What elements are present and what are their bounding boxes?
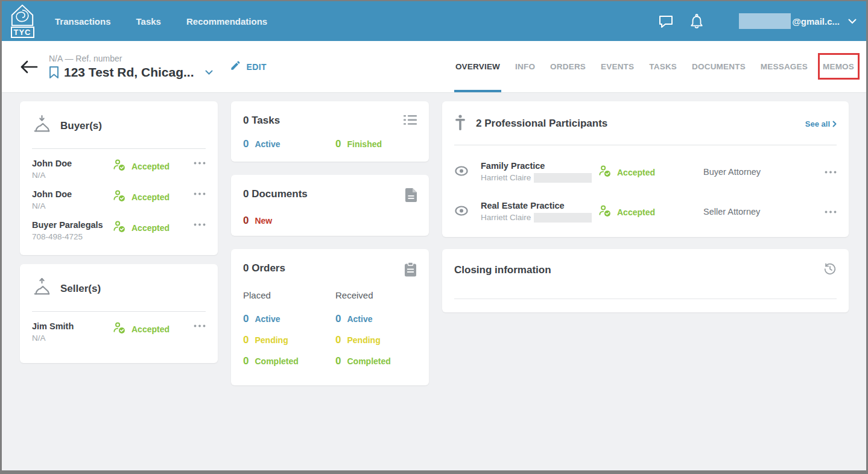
tasks-finished-stat[interactable]: 0 Finished (335, 138, 417, 150)
tasks-finished-value: 0 (335, 138, 341, 150)
list-icon (404, 115, 417, 128)
more-options-dots-icon[interactable] (815, 171, 837, 174)
eye-icon[interactable] (454, 166, 481, 179)
participant-contact: Harriett Claire (481, 212, 598, 224)
orders-card-title: 0 Orders (243, 262, 285, 274)
orders-received-active[interactable]: 0 Active (335, 313, 417, 325)
buyer-row: Buyer Paralegals 708-498-4725 (32, 219, 206, 243)
edit-label: EDIT (247, 62, 267, 72)
orders-received-completed[interactable]: 0 Completed (335, 355, 417, 367)
documents-card: 0 Documents 0 New (231, 175, 429, 236)
orders-placed-completed[interactable]: 0 Completed (243, 355, 335, 367)
see-all-link[interactable]: See all (805, 119, 837, 128)
bell-icon[interactable] (689, 13, 704, 29)
user-menu-chevron-down-icon[interactable] (848, 19, 857, 24)
sellers-card: Seller(s) Jim Smith N/A (20, 264, 218, 363)
top-navbar: TYC Transactions Tasks Recommendations @… (2, 1, 866, 41)
status-badge: Accepted (112, 220, 188, 236)
person-check-icon (598, 164, 612, 180)
tab-orders[interactable]: ORDERS (550, 41, 586, 92)
status-badge: Accepted (112, 321, 188, 337)
value: 0 (243, 334, 249, 346)
contact-name: Harriett Claire (481, 173, 531, 182)
chat-icon[interactable] (658, 14, 674, 28)
status-label: Accepted (617, 207, 655, 217)
buyer-row: John Doe N/A Accepted (32, 157, 206, 182)
nav-item-transactions[interactable]: Transactions (55, 16, 111, 27)
tab-overview[interactable]: OVERVIEW (455, 41, 500, 92)
person-check-icon (112, 189, 126, 205)
stats-column: 0 Tasks 0 Active 0 (231, 101, 429, 385)
more-options-dots-icon[interactable] (188, 324, 206, 327)
status-label: Accepted (131, 192, 169, 202)
participant-contact: Harriett Claire (481, 172, 598, 184)
document-icon (405, 188, 417, 204)
tab-info[interactable]: INFO (515, 41, 535, 92)
eye-icon[interactable] (454, 206, 481, 218)
user-email[interactable]: @gmail.c... (792, 16, 840, 27)
value: 0 (243, 313, 249, 325)
documents-new-stat[interactable]: 0 New (243, 215, 335, 227)
status-badge: Accepted (112, 158, 188, 174)
label: Completed (347, 356, 390, 366)
nav-item-recommendations[interactable]: Recommendations (186, 16, 267, 27)
participant-name: Family Practice (481, 160, 598, 172)
buyer-name: John Doe (32, 157, 112, 169)
orders-placed-pending[interactable]: 0 Pending (243, 334, 335, 346)
documents-new-value: 0 (243, 215, 249, 227)
see-all-label: See all (805, 119, 830, 128)
buyers-card: Buyer(s) John Doe N/A (20, 101, 218, 255)
pencil-icon (230, 60, 241, 74)
tab-messages[interactable]: MESSAGES (761, 41, 808, 92)
more-options-dots-icon[interactable] (188, 223, 206, 226)
bookmark-icon[interactable] (49, 66, 59, 79)
tab-tasks[interactable]: TASKS (649, 41, 677, 92)
nav-right-group: @gmail.c... (658, 13, 857, 29)
logo-text: TYC (11, 27, 34, 38)
orders-received-stats: 0 Active 0 Pending 0 Completed (335, 313, 417, 367)
seller-row: Jim Smith N/A Accepted (32, 320, 206, 344)
label: Active (255, 314, 280, 324)
more-options-dots-icon[interactable] (815, 210, 837, 213)
documents-new-label: New (255, 216, 272, 226)
label: Completed (255, 356, 298, 366)
page-title: 123 Test Rd, Chicag... (64, 65, 194, 80)
more-options-dots-icon[interactable] (188, 162, 206, 165)
participants-title: 2 Professional Participants (476, 118, 607, 130)
divider (454, 299, 837, 299)
transaction-tabs: OVERVIEW INFO ORDERS EVENTS TASKS DOCUME… (455, 41, 854, 92)
tasks-card: 0 Tasks 0 Active 0 (231, 101, 429, 162)
details-column: 2 Professional Participants See all (442, 101, 849, 312)
participants-card: 2 Professional Participants See all (442, 101, 849, 237)
tasks-finished-label: Finished (347, 139, 382, 149)
tasks-active-stat[interactable]: 0 Active (243, 138, 335, 150)
tab-events[interactable]: EVENTS (601, 41, 634, 92)
participant-role: Seller Attorney (703, 207, 815, 216)
more-options-dots-icon[interactable] (188, 192, 206, 195)
documents-card-title: 0 Documents (243, 188, 308, 200)
status-badge: Accepted (598, 164, 673, 180)
contact-redacted (534, 173, 592, 183)
title-chevron-down-icon[interactable] (205, 70, 213, 75)
edit-button[interactable]: EDIT (230, 60, 267, 74)
seller-house-arrow-up-icon (32, 277, 52, 300)
orders-placed-active[interactable]: 0 Active (243, 313, 335, 325)
contact-name: Harriett Claire (481, 213, 531, 222)
tab-documents[interactable]: DOCUMENTS (692, 41, 746, 92)
ref-number-label: N/A — Ref. number (49, 54, 213, 63)
seller-name: Jim Smith (32, 320, 112, 332)
value: 0 (335, 355, 341, 367)
title-block: N/A — Ref. number 123 Test Rd, Chicag... (49, 54, 213, 80)
participant-row: Family Practice Harriett Claire (454, 160, 837, 184)
history-clock-icon[interactable] (823, 262, 837, 278)
orders-received-header: Received (335, 290, 417, 300)
back-arrow-button[interactable] (20, 60, 38, 74)
orders-received-pending[interactable]: 0 Pending (335, 334, 417, 346)
app-logo[interactable]: TYC (10, 4, 34, 38)
participant-name: Real Estate Practice (481, 200, 598, 212)
seller-detail: N/A (32, 332, 112, 344)
person-check-icon (112, 220, 126, 236)
nav-item-tasks[interactable]: Tasks (136, 16, 161, 27)
tab-memos[interactable]: MEMOS (823, 41, 854, 92)
transaction-header: N/A — Ref. number 123 Test Rd, Chicag... (2, 41, 866, 93)
